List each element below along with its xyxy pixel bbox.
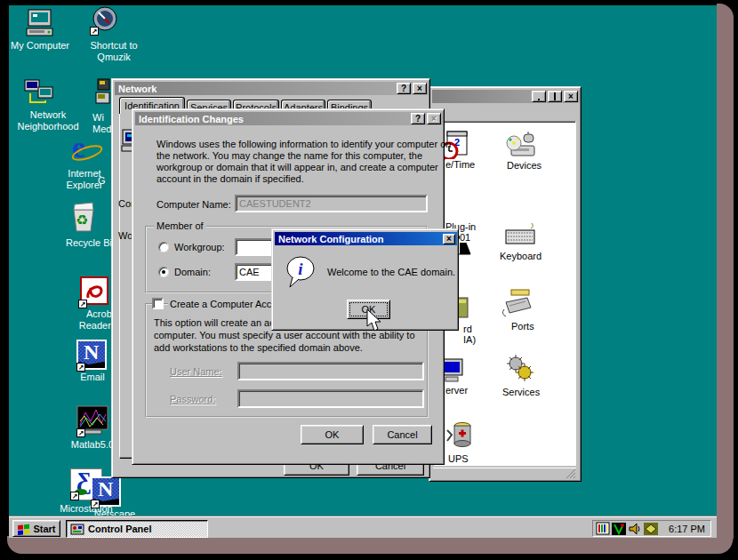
windows-media-icon-fragment — [95, 96, 111, 107]
member-of-label: Member of — [154, 220, 206, 232]
help-button[interactable]: ? — [397, 83, 411, 94]
start-label: Start — [33, 524, 55, 534]
control-panel-titlebar[interactable]: × — [432, 90, 580, 103]
task-label: Control Panel — [88, 524, 152, 534]
shortcut-arrow-icon: ↗ — [76, 428, 85, 437]
close-button-disabled: × — [427, 113, 441, 124]
wm-label-line2: Med — [92, 124, 111, 135]
resize-grip-icon[interactable] — [566, 468, 576, 478]
messagebox-titlebar[interactable]: Network Configuration × — [275, 232, 457, 245]
control-panel-menubar — [432, 104, 576, 120]
taskbar: Start Control Panel — [9, 516, 717, 538]
graphics-tray-icon[interactable] — [644, 522, 658, 536]
create-account-checkbox[interactable] — [152, 298, 164, 309]
close-button[interactable]: × — [564, 91, 578, 102]
desktop-icon-network-neighborhood[interactable] — [24, 77, 54, 108]
workgroup-radio-label[interactable]: Workgroup: — [174, 242, 225, 252]
system-tray: 6:17 PM — [592, 520, 711, 537]
domain-radio-label[interactable]: Domain: — [174, 267, 211, 277]
nn-label-line1: Network — [9, 109, 92, 121]
identification-cancel-button[interactable]: Cancel — [373, 425, 432, 444]
info-icon: i — [284, 254, 317, 292]
user-name-label: User Name: — [170, 366, 222, 377]
network-title: Network — [118, 83, 156, 95]
close-button[interactable]: × — [443, 234, 455, 244]
vshield-tray-icon[interactable] — [612, 522, 626, 536]
shortcut-arrow-icon: ↗ — [70, 492, 79, 500]
start-button[interactable]: Start — [12, 520, 60, 537]
ups-icon[interactable] — [443, 420, 475, 452]
minimize-icon — [538, 99, 540, 100]
keyboard-icon[interactable] — [504, 221, 536, 253]
desktop-icon-internet-explorer[interactable]: e — [70, 136, 102, 168]
date-time-label[interactable]: e/Time — [445, 159, 475, 170]
computer-name-input: CAESTUDENT2 — [235, 195, 428, 212]
monitor-bezel-right — [717, 4, 734, 550]
volume-tray-icon[interactable] — [628, 522, 642, 536]
desktop-label-network-neighborhood[interactable]: Network Neighborhood — [9, 109, 92, 132]
desktop-label-windows-media[interactable]: Wi Med — [92, 112, 111, 135]
ports-label[interactable]: Ports — [511, 321, 534, 332]
task-button-control-panel[interactable]: Control Panel — [66, 520, 208, 538]
messagebox-message: Welcome to the CAE domain. — [327, 267, 455, 277]
user-name-input — [237, 362, 424, 380]
my-computer-icon — [25, 29, 55, 40]
identification-changes-titlebar[interactable]: Identification Changes ? × — [135, 112, 443, 125]
qmuzik-label-line1: Shortcut to — [83, 40, 145, 52]
services-label[interactable]: Services — [502, 387, 540, 397]
desktop-label-my-computer[interactable]: My Computer — [9, 40, 71, 52]
password-label: Password: — [170, 394, 215, 404]
pc-card-label-line1[interactable]: rd — [463, 324, 472, 334]
password-input — [237, 389, 424, 408]
network-neighborhood-icon — [24, 99, 54, 109]
desktop-label-qmuzik[interactable]: Shortcut to Qmuzik — [83, 40, 145, 63]
shortcut-arrow-icon: ↗ — [91, 500, 100, 508]
shortcut-arrow-icon: ↗ — [76, 363, 85, 372]
close-button[interactable]: × — [413, 83, 427, 94]
keyboard-label[interactable]: Keyboard — [500, 251, 541, 261]
identification-body-line2: the network. You may change the name for… — [156, 150, 422, 161]
maximize-button[interactable] — [548, 91, 562, 102]
photo-frame: My Computer ↗ Shortcut to Qmuzik Network… — [0, 0, 738, 560]
workgroup-radio[interactable] — [158, 242, 169, 252]
minimize-button[interactable] — [532, 91, 546, 102]
desktop-icon-my-computer[interactable] — [25, 8, 55, 38]
network-titlebar[interactable]: Network ? × — [115, 82, 429, 95]
help-button[interactable]: ? — [411, 113, 425, 124]
desktop-icon-netscape[interactable]: N ↗ — [91, 476, 123, 508]
devices-label[interactable]: Devices — [507, 160, 541, 171]
desktop-icon-windows-media[interactable] — [95, 78, 111, 105]
desktop-icon-email[interactable]: N ↗ — [76, 340, 108, 372]
ports-icon[interactable] — [501, 288, 534, 322]
desktop-label-internet-explorer[interactable]: Internet Explorer — [53, 168, 116, 191]
server-label[interactable]: erver — [445, 385, 468, 396]
desktop-icon-matlab[interactable]: ↗ — [76, 405, 108, 437]
clock[interactable]: 6:17 PM — [669, 524, 705, 534]
pc-card-label-line2[interactable]: IA) — [463, 334, 476, 345]
shortcut-arrow-icon: ↗ — [90, 27, 99, 36]
services-icon[interactable] — [503, 354, 537, 386]
windows-flag-icon — [17, 523, 30, 535]
identification-ok-button[interactable]: OK — [301, 425, 364, 444]
svg-text:i: i — [298, 260, 303, 278]
desktop: My Computer ↗ Shortcut to Qmuzik Network… — [9, 5, 717, 538]
network-configuration-messagebox: Network Configuration × i Welcome to the… — [271, 228, 459, 331]
control-panel-statusbar — [433, 468, 576, 478]
monitor-bezel-bottom — [7, 536, 733, 554]
desktop-icon-acrobat[interactable]: ↗ — [78, 276, 110, 308]
desktop-icon-recycle-bin[interactable]: ♻ — [68, 201, 100, 233]
domain-radio[interactable] — [158, 267, 169, 277]
identification-body-line4: account in the domain if specified. — [156, 173, 304, 184]
identification-changes-title: Identification Changes — [139, 113, 244, 125]
identification-body-line3: workgroup or domain that it will appear … — [156, 162, 438, 172]
devices-icon[interactable] — [504, 132, 536, 164]
maximize-icon — [554, 92, 556, 100]
internet-explorer-icon: e — [70, 136, 102, 168]
display-settings-tray-icon[interactable] — [596, 522, 610, 536]
control-panel-task-icon — [70, 523, 84, 535]
ups-label[interactable]: UPS — [448, 453, 469, 464]
desktop-label-g-fragment[interactable]: G — [98, 175, 106, 187]
desktop-icon-qmuzik[interactable]: ↗ — [90, 5, 120, 36]
java-plugin-label-line2[interactable]: 01 — [460, 232, 470, 243]
mouse-cursor — [366, 308, 386, 335]
